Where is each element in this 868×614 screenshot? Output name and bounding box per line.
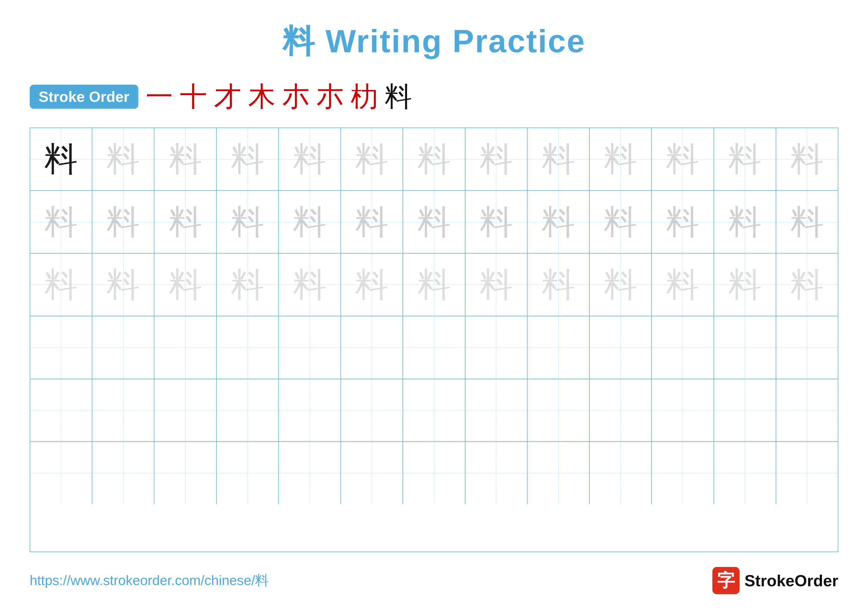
- grid-cell-1-2[interactable]: 料: [154, 191, 217, 253]
- grid-cell-3-1[interactable]: [92, 316, 154, 378]
- grid-cell-3-4[interactable]: [279, 316, 341, 378]
- grid-cell-0-12[interactable]: 料: [776, 128, 838, 190]
- grid-cell-3-3[interactable]: [217, 316, 279, 378]
- grid-cell-1-9[interactable]: 料: [590, 191, 652, 253]
- grid-cell-4-2[interactable]: [154, 379, 217, 441]
- grid-cell-3-9[interactable]: [590, 316, 652, 378]
- stroke-order-row: Stroke Order 一十才木朩朩朸料: [30, 78, 838, 115]
- stroke-seq-6: 朸: [350, 78, 378, 115]
- grid-cell-1-1[interactable]: 料: [92, 191, 154, 253]
- char-2-2: 料: [169, 268, 202, 302]
- grid-cell-0-4[interactable]: 料: [279, 128, 341, 190]
- grid-cell-1-7[interactable]: 料: [465, 191, 527, 253]
- char-2-8: 料: [542, 268, 575, 302]
- grid-cell-0-10[interactable]: 料: [652, 128, 714, 190]
- grid-cell-1-5[interactable]: 料: [341, 191, 403, 253]
- grid-cell-3-12[interactable]: [776, 316, 838, 378]
- grid-cell-4-4[interactable]: [279, 379, 341, 441]
- page-title: 料 Writing Practice: [282, 20, 586, 64]
- grid-cell-1-10[interactable]: 料: [652, 191, 714, 253]
- grid-cell-4-12[interactable]: [776, 379, 838, 441]
- footer: https://www.strokeorder.com/chinese/料 字 …: [30, 567, 838, 594]
- grid-cell-2-4[interactable]: 料: [279, 253, 341, 316]
- grid-cell-0-7[interactable]: 料: [465, 128, 527, 190]
- grid-cell-0-0[interactable]: 料: [30, 128, 92, 190]
- stroke-order-badge: Stroke Order: [30, 85, 138, 109]
- grid-cell-4-3[interactable]: [217, 379, 279, 441]
- grid-cell-4-11[interactable]: [714, 379, 776, 441]
- grid-cell-5-12[interactable]: [776, 442, 838, 504]
- grid-cell-3-2[interactable]: [154, 316, 217, 378]
- grid-cell-2-5[interactable]: 料: [341, 253, 403, 316]
- grid-cell-2-8[interactable]: 料: [527, 253, 590, 316]
- char-0-2: 料: [169, 142, 202, 176]
- grid-cell-4-10[interactable]: [652, 379, 714, 441]
- grid-cell-1-6[interactable]: 料: [403, 191, 465, 253]
- grid-cell-2-7[interactable]: 料: [465, 253, 527, 316]
- grid-cell-0-5[interactable]: 料: [341, 128, 403, 190]
- page: 料 Writing Practice Stroke Order 一十才木朩朩朸料…: [0, 0, 868, 614]
- char-2-3: 料: [231, 268, 264, 302]
- char-1-2: 料: [169, 205, 202, 239]
- grid-cell-3-5[interactable]: [341, 316, 403, 378]
- grid-cell-1-11[interactable]: 料: [714, 191, 776, 253]
- grid-row-4: [30, 379, 838, 442]
- grid-cell-4-0[interactable]: [30, 379, 92, 441]
- grid-cell-5-5[interactable]: [341, 442, 403, 504]
- grid-cell-3-11[interactable]: [714, 316, 776, 378]
- grid-cell-5-2[interactable]: [154, 442, 217, 504]
- char-0-6: 料: [417, 142, 451, 176]
- grid-cell-1-8[interactable]: 料: [527, 191, 590, 253]
- char-0-5: 料: [355, 142, 389, 176]
- grid-cell-5-9[interactable]: [590, 442, 652, 504]
- grid-cell-5-8[interactable]: [527, 442, 590, 504]
- grid-cell-4-9[interactable]: [590, 379, 652, 441]
- grid-cell-5-10[interactable]: [652, 442, 714, 504]
- grid-cell-3-8[interactable]: [527, 316, 590, 378]
- grid-cell-5-7[interactable]: [465, 442, 527, 504]
- grid-cell-2-2[interactable]: 料: [154, 253, 217, 316]
- grid-cell-4-5[interactable]: [341, 379, 403, 441]
- grid-cell-4-6[interactable]: [403, 379, 465, 441]
- grid-cell-5-11[interactable]: [714, 442, 776, 504]
- grid-cell-2-11[interactable]: 料: [714, 253, 776, 316]
- grid-cell-0-2[interactable]: 料: [154, 128, 217, 190]
- grid-cell-1-4[interactable]: 料: [279, 191, 341, 253]
- grid-cell-0-3[interactable]: 料: [217, 128, 279, 190]
- char-0-8: 料: [542, 142, 575, 176]
- char-1-7: 料: [479, 205, 513, 239]
- grid-cell-2-9[interactable]: 料: [590, 253, 652, 316]
- char-0-9: 料: [604, 142, 637, 176]
- char-2-0: 料: [44, 268, 78, 302]
- grid-cell-2-1[interactable]: 料: [92, 253, 154, 316]
- grid-cell-1-3[interactable]: 料: [217, 191, 279, 253]
- grid-cell-2-12[interactable]: 料: [776, 253, 838, 316]
- grid-cell-4-1[interactable]: [92, 379, 154, 441]
- grid-cell-1-0[interactable]: 料: [30, 191, 92, 253]
- grid-cell-0-1[interactable]: 料: [92, 128, 154, 190]
- grid-cell-4-7[interactable]: [465, 379, 527, 441]
- grid-cell-0-6[interactable]: 料: [403, 128, 465, 190]
- char-1-11: 料: [728, 205, 762, 239]
- grid-cell-5-6[interactable]: [403, 442, 465, 504]
- grid-cell-2-6[interactable]: 料: [403, 253, 465, 316]
- char-2-4: 料: [293, 268, 326, 302]
- grid-cell-3-10[interactable]: [652, 316, 714, 378]
- grid-cell-2-10[interactable]: 料: [652, 253, 714, 316]
- grid-cell-4-8[interactable]: [527, 379, 590, 441]
- grid-cell-0-11[interactable]: 料: [714, 128, 776, 190]
- grid-cell-3-6[interactable]: [403, 316, 465, 378]
- grid-cell-5-4[interactable]: [279, 442, 341, 504]
- grid-cell-5-1[interactable]: [92, 442, 154, 504]
- char-2-9: 料: [604, 268, 637, 302]
- grid-cell-1-12[interactable]: 料: [776, 191, 838, 253]
- grid-cell-5-3[interactable]: [217, 442, 279, 504]
- char-2-11: 料: [728, 268, 762, 302]
- grid-cell-3-0[interactable]: [30, 316, 92, 378]
- grid-cell-3-7[interactable]: [465, 316, 527, 378]
- grid-cell-2-3[interactable]: 料: [217, 253, 279, 316]
- grid-cell-2-0[interactable]: 料: [30, 253, 92, 316]
- grid-cell-5-0[interactable]: [30, 442, 92, 504]
- grid-cell-0-8[interactable]: 料: [527, 128, 590, 190]
- grid-cell-0-9[interactable]: 料: [590, 128, 652, 190]
